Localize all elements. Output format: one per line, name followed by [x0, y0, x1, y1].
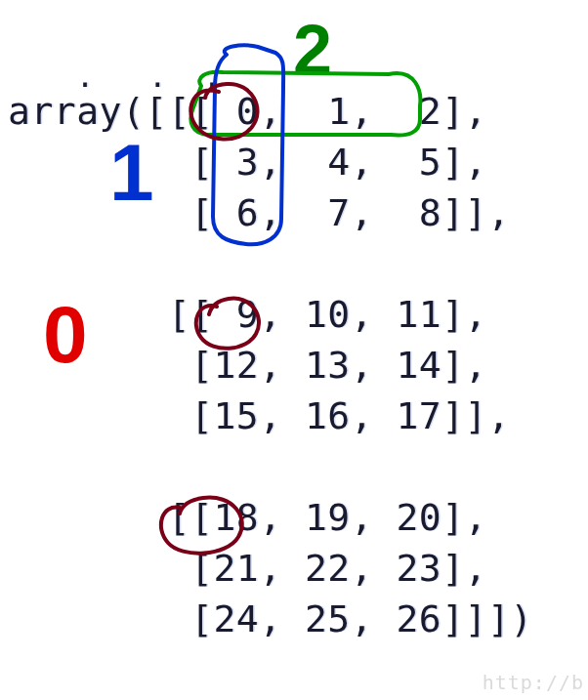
axis-1-label: 1 — [109, 127, 154, 219]
watermark-text: http://b — [483, 671, 584, 694]
axis-0-label: 0 — [43, 289, 88, 381]
dots-icon: . . . — [76, 62, 222, 92]
axis-2-label: 2 — [293, 10, 332, 90]
